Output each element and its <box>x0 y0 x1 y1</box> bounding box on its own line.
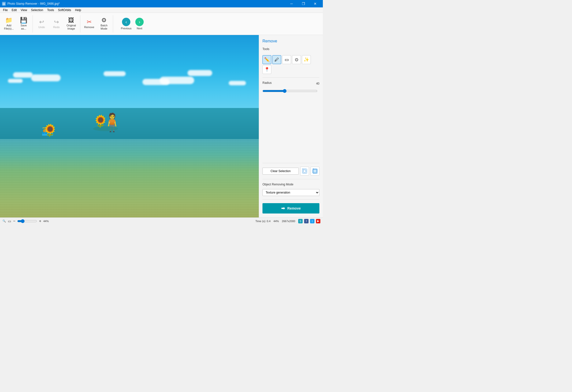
titlebar: 🖼 Photo Stamp Remover - IMG_0486.jpg* ─ … <box>0 0 323 7</box>
tool-magic-wand-button[interactable]: ✨ <box>302 55 311 64</box>
radius-value: 40 <box>313 82 319 85</box>
menu-softorbits[interactable]: SoftOrbits <box>56 8 73 12</box>
undo-label: Undo <box>38 26 45 29</box>
tool-lasso-button[interactable]: ⊙ <box>292 55 301 64</box>
zoom-out-icon[interactable]: 🔍 <box>2 219 6 223</box>
panel-divider-1 <box>262 77 319 78</box>
statusbar-right: Time (s): 0.4 44% 2667x2000 S f t ▶ <box>255 219 320 223</box>
add-files-button[interactable]: 📁 AddFile(s)... <box>2 14 16 34</box>
menu-view[interactable]: View <box>19 8 29 12</box>
redo-label: Redo <box>53 26 60 29</box>
clear-selection-label: Clear Selection <box>271 169 291 173</box>
menubar: File Edit View Selection Tools SoftOrbit… <box>0 7 323 13</box>
clear-selection-button[interactable]: Clear Selection <box>262 168 299 175</box>
emoji-stamp-1: 🌻 <box>43 125 57 136</box>
cloud-6 <box>229 81 246 85</box>
tool-stamp-button[interactable]: 📍 <box>262 65 271 74</box>
right-panel: Remove Tools ✏️ 🖊 ▭ ⊙ ✨ 📍 Radius 40 Clea… <box>259 35 323 217</box>
clouds-layer <box>0 68 259 90</box>
redo-button[interactable]: ↪ Redo <box>50 14 63 34</box>
radius-label: Radius <box>262 81 272 85</box>
youtube-icon[interactable]: ▶ <box>316 219 320 223</box>
toolbar-separator-2 <box>80 15 80 33</box>
tool-eraser-button[interactable]: 🖊 <box>272 55 281 64</box>
expand-select-icon <box>312 168 318 174</box>
zoom-percent: 44% <box>274 220 279 223</box>
close-button[interactable]: ✕ <box>310 0 321 7</box>
next-icon: › <box>135 18 144 26</box>
save-as-button[interactable]: 💾 Saveas... <box>17 14 31 34</box>
svg-rect-4 <box>313 169 317 173</box>
previous-icon: ‹ <box>122 18 130 26</box>
canvas-area[interactable]: 🧍 🏊 🌻 🌻 <box>0 35 259 217</box>
remove-main-button[interactable]: ➡ Remove <box>262 203 319 214</box>
radius-slider[interactable] <box>262 89 317 93</box>
remove-button-label: Remove <box>287 206 301 210</box>
social-icons: S f t ▶ <box>298 219 320 223</box>
select-mode-icon[interactable]: ▭ <box>8 219 11 223</box>
facebook-icon[interactable]: f <box>304 219 309 223</box>
softorbits-icon[interactable]: S <box>298 219 303 223</box>
svg-rect-3 <box>303 170 306 172</box>
undo-icon: ↩ <box>39 19 44 25</box>
mode-label: Object Removing Mode <box>262 183 319 186</box>
original-image-label: OriginalImage <box>67 24 76 30</box>
next-button[interactable]: › Next <box>133 14 146 34</box>
dimensions-label: 2667x2000 <box>282 220 295 223</box>
zoom-minus-icon[interactable]: − <box>13 219 15 223</box>
next-label: Next <box>137 27 142 30</box>
original-image-button[interactable]: 🖼 OriginalImage <box>64 14 78 34</box>
select-mode-shrink-button[interactable] <box>300 167 309 176</box>
svg-rect-2 <box>302 169 307 173</box>
tool-rectangle-button[interactable]: ▭ <box>282 55 291 64</box>
menu-help[interactable]: Help <box>73 8 83 12</box>
titlebar-controls: ─ ❐ ✕ <box>286 0 321 7</box>
remove-button-toolbar[interactable]: ✂ Remove <box>82 14 96 34</box>
select-mode-expand-button[interactable] <box>311 167 319 176</box>
cloud-8 <box>142 79 170 85</box>
sea-lower-layer <box>0 139 259 217</box>
batch-mode-button[interactable]: ⚙ BatchMode <box>97 14 111 34</box>
cloud-1 <box>13 72 33 78</box>
panel-title: Remove <box>262 39 319 43</box>
menu-file[interactable]: File <box>1 8 10 12</box>
zoom-slider[interactable] <box>17 219 37 223</box>
remove-label-toolbar: Remove <box>84 26 94 29</box>
radius-row: Radius 40 <box>262 81 319 86</box>
add-files-icon: 📁 <box>5 17 13 23</box>
batch-mode-icon: ⚙ <box>101 17 107 23</box>
zoom-level: 44% <box>43 220 49 223</box>
time-label: Time (s): 0.4 <box>255 220 270 223</box>
toolbar-separator-3 <box>113 15 113 33</box>
restore-button[interactable]: ❐ <box>298 0 309 7</box>
minimize-button[interactable]: ─ <box>286 0 297 7</box>
remove-icon: ✂ <box>87 19 92 25</box>
menu-selection[interactable]: Selection <box>29 8 45 12</box>
titlebar-left: 🖼 Photo Stamp Remover - IMG_0486.jpg* <box>2 2 60 6</box>
mode-select[interactable]: Texture generation Smart fill Inpaint <box>262 189 319 196</box>
app-icon: 🖼 <box>2 2 6 6</box>
panel-divider-3 <box>262 179 319 179</box>
panel-divider-2 <box>262 163 319 163</box>
svg-text:🖼: 🖼 <box>2 2 5 5</box>
zoom-plus-icon[interactable]: + <box>39 219 41 223</box>
toolbar-separator-1 <box>33 15 33 33</box>
toolbar: 📁 AddFile(s)... 💾 Saveas... ↩ Undo ↪ Red… <box>0 13 323 35</box>
previous-label: Previous <box>121 27 132 30</box>
photo-container: 🧍 🏊 🌻 🌻 <box>0 35 259 217</box>
tools-label: Tools <box>262 47 319 51</box>
selection-row: Clear Selection <box>262 167 319 176</box>
menu-edit[interactable]: Edit <box>10 8 19 12</box>
previous-button[interactable]: ‹ Previous <box>120 14 132 34</box>
statusbar: 🔍 ▭ − + 44% Time (s): 0.4 44% 2667x2000 … <box>0 217 323 224</box>
panel-divider-4 <box>262 199 319 200</box>
wave-texture <box>0 139 259 217</box>
shrink-select-icon <box>302 168 307 174</box>
main-layout: 🧍 🏊 🌻 🌻 Remove Tools ✏️ 🖊 ▭ ⊙ ✨ 📍 Radius… <box>0 35 323 217</box>
undo-button[interactable]: ↩ Undo <box>35 14 49 34</box>
remove-arrow-icon: ➡ <box>281 206 285 211</box>
menu-tools[interactable]: Tools <box>45 8 56 12</box>
tool-pencil-button[interactable]: ✏️ <box>262 55 271 64</box>
tools-row: ✏️ 🖊 ▭ ⊙ ✨ 📍 <box>262 55 319 74</box>
twitter-icon[interactable]: t <box>310 219 314 223</box>
